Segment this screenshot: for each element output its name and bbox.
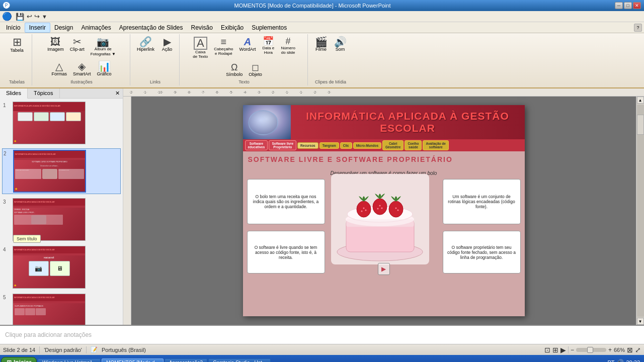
customize-icon[interactable]: ▼ [41,14,48,20]
menu-inserir[interactable]: Inserir [25,23,50,33]
expand-icon[interactable]: ⤢ [635,346,641,354]
ribbon-btn-hiperlink[interactable]: 🔗 Hiperlink [134,35,157,53]
textbox-1[interactable]: O bolo tem uma receita que nos indica qu… [247,179,325,224]
hiperlink-icon: 🔗 [139,37,152,47]
nav-avaliacao[interactable]: Avaliação desoftware [423,140,449,150]
nav-coelho[interactable]: Coelhosaúde [405,140,422,150]
scroll-bar-right[interactable]: ▲ ▼ [636,97,644,325]
slide-item-2[interactable]: 2 INFORMÁTICA APLICADA À GESTÃO ESCOLAR … [2,148,121,194]
redo-icon[interactable]: ↪ [33,13,41,20]
caixa-texto-icon: A [194,37,207,50]
status-sep-2 [86,346,87,353]
view-slide-sorter-icon[interactable]: ⊞ [552,346,558,354]
language-label: Português (Brasil) [102,347,146,353]
nav-clic[interactable]: Clic [340,142,352,149]
textbox-4[interactable]: O software proprietário tem seu código f… [443,231,521,274]
imagem-icon: 🖼 [50,37,60,47]
ribbon-btn-numero-slide[interactable]: # Númerodo slide [278,35,297,56]
taskbar-right: PT 🔊 20:32 [604,359,643,362]
slide-number-1: 1 [3,103,11,108]
ribbon-btn-grafico[interactable]: 📊 Gráfico [95,60,114,78]
taskbar-language: PT [607,359,614,362]
restore-button[interactable]: □ [624,2,632,9]
zoom-thumb[interactable] [587,347,593,353]
view-slideshow-icon[interactable]: ▶ [560,346,566,354]
zoom-out-icon[interactable]: − [571,346,574,353]
simbolo-icon: Ω [231,63,237,72]
textbox-2[interactable]: Um software é um conjunto de rotinas lóg… [443,179,521,224]
slide-info: Slide 2 de 14 [3,347,35,353]
nav-software-livre[interactable]: Software livreProprietário [269,140,296,150]
ribbon-btn-cabecalho[interactable]: ≡ Cabeçalhoe Rodapé [211,35,235,57]
ribbon-btn-data-hora[interactable]: 📅 Data eHora [259,35,277,56]
scroll-thumb[interactable] [637,115,644,135]
fit-slide-icon[interactable]: ⊠ [627,346,633,354]
save-icon[interactable]: 💾 [14,13,26,21]
help-button[interactable]: ? [634,24,642,32]
taskbar-item-camtasia[interactable]: Camtasia Studio - Unt... [208,358,271,363]
ribbon-btn-clipart[interactable]: ✂ Clip-art [67,35,87,53]
nav-recursos[interactable]: Recursos [297,142,318,149]
slide-canvas[interactable]: INFORMÁTICA APLICADA À GESTÃO ESCOLAR So… [243,105,525,316]
menu-design[interactable]: Design [50,23,77,32]
slide-panel-close-button[interactable]: ✕ [112,88,123,98]
scroll-up-button[interactable]: ▲ [637,97,644,104]
scroll-track[interactable] [637,105,644,317]
topics-tab[interactable]: Tópicos [28,88,60,98]
nav-software-educativos[interactable]: Softwareeducativos [245,140,268,150]
slide-item-3[interactable]: 3 INFORMÁTICA APLICADA À GESTÃO ESCOLAR … [2,197,121,242]
start-button[interactable]: ⊞ Iniciar [1,357,37,362]
scroll-down-button[interactable]: ▼ [637,318,644,325]
ribbon-btn-formas[interactable]: △ Formas [49,60,69,78]
menu-apresentacao[interactable]: Apresentação de Slides [115,23,187,32]
formas-icon: △ [55,61,63,71]
undo-icon[interactable]: ↩ [26,13,33,20]
svg-point-9 [361,211,362,212]
taskbar-item-momento5[interactable]: MOMENTO5 [Modo d... [102,358,164,363]
slide-item-4[interactable]: 4 INFORMÁTICA APLICADA À GESTÃO ESCOLAR … [2,245,121,290]
taskbar: ⊞ Iniciar Windows Live Hotmail... MOMENT… [0,355,644,362]
window-controls: ─ □ ✕ [615,2,641,9]
canvas-wrapper[interactable]: INFORMÁTICA APLICADA À GESTÃO ESCOLAR So… [131,97,636,325]
slide-number-3: 3 [3,199,11,205]
minimize-button[interactable]: ─ [615,2,623,9]
ribbon-btn-objeto[interactable]: ◻ Objeto [246,61,265,78]
ribbon-btn-filme[interactable]: 🎬 Filme [312,35,330,53]
menu-revisao[interactable]: Revisão [187,23,217,32]
slide-item-1[interactable]: 1 INFORMÁTICA APLICADA À GESTÃO ESCOLAR … [2,101,121,145]
menu-exibicao[interactable]: Exibição [217,23,248,32]
slide-item-5[interactable]: 5 INFORMÁTICA APLICADA À GESTÃO ESCOLAR … [2,293,121,325]
notes-area[interactable]: Clique para adicionar anotações [0,325,644,344]
taskbar-item-apresentacao[interactable]: Apresentação3 [165,358,207,363]
ribbon-btn-caixa-texto[interactable]: A Caixade Texto [190,35,210,60]
header-logo [243,105,291,139]
nav-micro-mundos[interactable]: Micro-Mundos [353,142,381,149]
clipart-icon: ✂ [73,37,82,47]
menu-bar: Início Inserir Design Animações Apresent… [0,22,644,33]
nav-cabri[interactable]: CabriGéomètre [382,140,404,150]
menu-suplementos[interactable]: Suplementos [248,23,291,32]
ribbon-btn-imagem[interactable]: 🖼 Imagem [45,35,66,53]
spellcheck-icon[interactable]: 📝 [91,346,98,353]
zoom-in-icon[interactable]: + [608,346,612,353]
zoom-slider[interactable] [576,348,606,352]
view-normal-icon[interactable]: ⊡ [544,346,550,354]
slide-tooltip-3: Sem título [13,235,41,243]
menu-animacoes[interactable]: Animações [77,23,115,32]
textbox-3[interactable]: O software é livre quando se tem acesso … [247,231,325,274]
ribbon-btn-smartart[interactable]: ◈ SmartArt [70,60,94,78]
slides-tab[interactable]: Slides [0,88,28,99]
play-button[interactable]: ▶ [378,263,390,275]
ribbon-btn-wordart[interactable]: A WordArt [237,35,259,53]
close-button[interactable]: ✕ [633,2,641,9]
svg-point-10 [379,205,380,207]
ribbon-btn-acao[interactable]: ▶ Ação [158,35,176,53]
nav-tangram[interactable]: Tangram [319,142,339,149]
ribbon-btn-som[interactable]: 🔊 Som [331,35,349,53]
ribbon-btn-simbolo[interactable]: Ω Símbolo [223,61,245,78]
menu-inicio[interactable]: Início [2,23,25,32]
taskbar-item-hotmail[interactable]: Windows Live Hotmail... [38,358,101,363]
ribbon-btn-tabela[interactable]: ⊞ Tabela [8,35,26,54]
filme-icon: 🎬 [315,37,328,47]
ribbon-btn-album[interactable]: 📷 Álbum deFotografias ▼ [88,35,118,58]
